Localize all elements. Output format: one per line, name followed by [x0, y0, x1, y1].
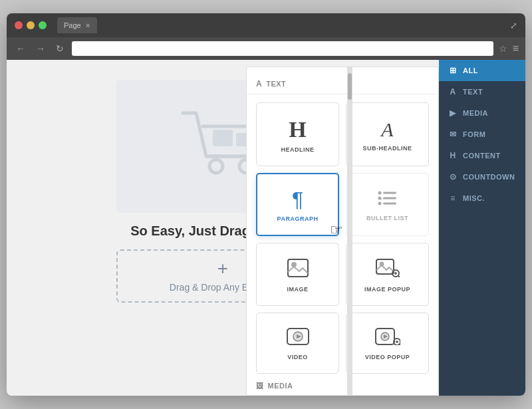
tab-close-icon[interactable]: ✕	[85, 22, 90, 29]
reload-button[interactable]: ↻	[53, 42, 66, 55]
svg-line-26	[399, 344, 400, 346]
close-button[interactable]	[15, 21, 23, 29]
sidebar-label-misc: MISC.	[463, 194, 485, 202]
browser-titlebar: Page ✕ ⤢	[7, 13, 525, 37]
widget-item-image[interactable]: IMAGE	[256, 243, 339, 306]
svg-line-16	[398, 275, 400, 277]
sidebar-label-content: CONTENT	[463, 152, 501, 160]
right-sidebar: ⊞ ALL A TEXT ▶ MEDIA ✉ FORM H CONTENT ⊙ …	[439, 60, 525, 396]
headline-icon: H	[289, 118, 306, 141]
subheadline-label: SUB-HEADLINE	[362, 145, 412, 152]
page-area: So Easy, Just Drag and Dro... + Drag & D…	[7, 60, 439, 396]
sidebar-item-content[interactable]: H CONTENT	[439, 145, 525, 166]
headline-label: HEADLINE	[281, 146, 314, 153]
tab-label: Page	[64, 21, 81, 29]
svg-rect-1	[213, 130, 233, 146]
scrollbar-thumb[interactable]	[348, 73, 352, 100]
text-section-icon: A	[256, 79, 262, 88]
widget-item-paragraph[interactable]: ¶ PARAGRAPH ☞	[256, 173, 339, 237]
all-icon: ⊞	[448, 66, 458, 75]
text-icon: A	[448, 87, 458, 96]
svg-point-5	[378, 192, 381, 195]
sidebar-item-media[interactable]: ▶ MEDIA	[439, 102, 525, 124]
menu-icon[interactable]: ≡	[513, 43, 519, 55]
svg-rect-10	[383, 203, 396, 205]
widget-item-bulletlist[interactable]: BULLET LIST	[346, 173, 429, 237]
paragraph-label: PARAGRAPH	[277, 215, 319, 222]
sidebar-label-text: TEXT	[463, 88, 483, 96]
traffic-lights	[15, 21, 47, 29]
svg-rect-6	[383, 192, 396, 194]
sidebar-item-form[interactable]: ✉ FORM	[439, 124, 525, 145]
drop-zone-plus-icon: +	[217, 259, 228, 278]
forward-button[interactable]: →	[33, 42, 48, 55]
media-sidebar-icon: ▶	[448, 108, 458, 118]
media-icon: 🖼	[256, 382, 264, 390]
form-icon: ✉	[448, 130, 458, 139]
svg-point-7	[378, 197, 381, 200]
scrollbar[interactable]	[347, 67, 352, 396]
sidebar-item-text[interactable]: A TEXT	[439, 81, 525, 102]
widget-item-headline[interactable]: H HEADLINE	[256, 102, 339, 166]
misc-icon: ≡	[448, 194, 458, 203]
imagepopup-label: IMAGE POPUP	[364, 286, 410, 293]
sidebar-label-countdown: COUNTDOWN	[463, 173, 515, 181]
sidebar-item-all[interactable]: ⊞ ALL	[439, 60, 525, 81]
fullscreen-icon[interactable]: ⤢	[510, 21, 517, 31]
svg-point-3	[209, 160, 223, 173]
browser-content: So Easy, Just Drag and Dro... + Drag & D…	[7, 60, 525, 396]
bookmark-icon[interactable]: ☆	[499, 43, 507, 54]
widget-panel: A TEXT H HEADLINE A SUB-HEADLINE	[246, 67, 439, 396]
sidebar-label-all: ALL	[463, 67, 478, 74]
address-bar[interactable]	[72, 41, 493, 56]
image-icon	[287, 259, 309, 281]
sidebar-item-countdown[interactable]: ⊙ COUNTDOWN	[439, 166, 525, 188]
svg-point-9	[378, 202, 381, 205]
back-button[interactable]: ←	[13, 42, 28, 55]
svg-rect-8	[383, 198, 396, 200]
sidebar-item-misc[interactable]: ≡ MISC.	[439, 188, 525, 209]
svg-rect-13	[376, 259, 394, 274]
widget-item-imagepopup[interactable]: IMAGE POPUP	[346, 243, 429, 306]
widget-panel-header: A TEXT	[247, 67, 438, 94]
widget-grid: H HEADLINE A SUB-HEADLINE ¶ PARAGRAPH ☞	[247, 94, 438, 382]
media-section-label: 🖼 MEDIA	[247, 382, 438, 395]
paragraph-icon: ¶	[292, 189, 303, 210]
cursor-icon: ☞	[330, 221, 343, 239]
video-label: VIDEO	[287, 354, 308, 360]
text-section-label: A TEXT	[256, 74, 429, 94]
svg-rect-11	[288, 259, 308, 277]
browser-tab[interactable]: Page ✕	[57, 17, 97, 33]
sidebar-label-media: MEDIA	[463, 109, 488, 117]
bulletlist-icon	[378, 190, 398, 209]
maximize-button[interactable]	[39, 21, 47, 29]
videopopup-icon	[375, 328, 400, 348]
subheadline-icon: A	[381, 120, 393, 140]
minimize-button[interactable]	[27, 21, 35, 29]
countdown-icon: ⊙	[448, 172, 458, 182]
video-icon	[287, 328, 309, 348]
widget-item-videopopup[interactable]: VIDEO POPUP	[346, 313, 429, 374]
sidebar-label-form: FORM	[463, 130, 485, 138]
widget-item-subheadline[interactable]: A SUB-HEADLINE	[346, 102, 429, 166]
image-label: IMAGE	[287, 286, 308, 293]
browser-toolbar: ← → ↻ ☆ ≡	[7, 37, 525, 60]
widget-item-video[interactable]: VIDEO	[256, 313, 339, 374]
bulletlist-label: BULLET LIST	[366, 215, 408, 221]
videopopup-label: VIDEO POPUP	[365, 354, 410, 360]
imagepopup-icon	[376, 259, 400, 281]
browser-window: Page ✕ ⤢ ← → ↻ ☆ ≡	[7, 13, 525, 396]
content-icon: H	[448, 151, 458, 160]
